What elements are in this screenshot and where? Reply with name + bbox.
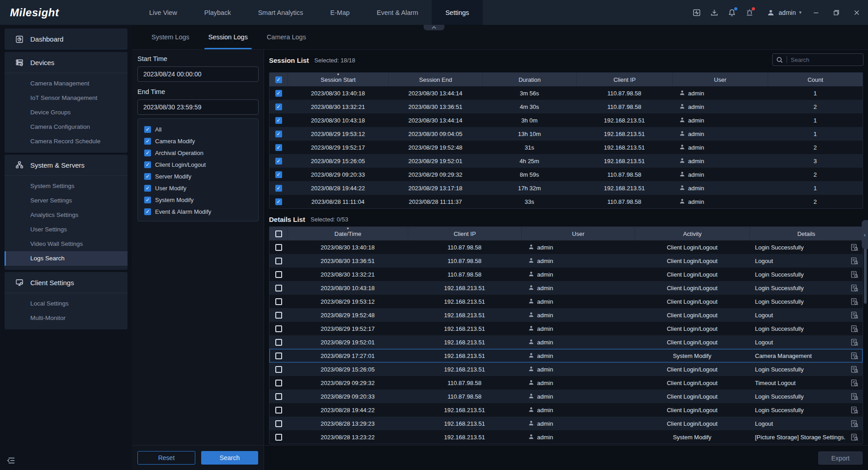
table-row[interactable]: 2023/08/29 09:20:33110.87.98.58adminClie… <box>269 390 863 403</box>
view-details-icon[interactable] <box>851 298 859 306</box>
checkbox-all[interactable]: ✓ <box>144 126 151 133</box>
filter-type-archival-operation[interactable]: ✓Archival Operation <box>144 147 252 159</box>
server-status-icon[interactable] <box>692 8 701 17</box>
row-checkbox[interactable] <box>275 285 282 291</box>
tab-system-logs[interactable]: System Logs <box>142 25 199 49</box>
column-header-duration[interactable]: Duration <box>482 73 576 86</box>
row-checkbox[interactable]: ✓ <box>275 158 282 164</box>
collapse-navbar-handle[interactable] <box>424 25 444 30</box>
sidebar-group-header-system-servers[interactable]: System & Servers <box>5 155 127 176</box>
view-details-icon[interactable] <box>851 352 859 360</box>
table-row[interactable]: ✓2023/08/28 11:11:042023/08/28 11:11:373… <box>269 195 863 208</box>
table-row[interactable]: 2023/08/29 19:52:17192.168.213.51adminCl… <box>269 322 863 335</box>
checkbox-system-modify[interactable]: ✓ <box>144 197 151 203</box>
row-checkbox[interactable]: ✓ <box>275 90 282 97</box>
start-time-input[interactable] <box>137 66 259 82</box>
view-details-icon[interactable] <box>851 271 859 278</box>
download-center-icon[interactable] <box>710 8 719 17</box>
column-header-date-time[interactable]: Date/Time▼ <box>288 227 408 240</box>
view-details-icon[interactable] <box>851 284 859 292</box>
table-row[interactable]: ✓2023/08/29 19:52:172023/08/29 19:52:483… <box>269 141 863 154</box>
sidebar-group-header-dashboard[interactable]: Dashboard <box>5 28 127 50</box>
collapse-sidebar-icon[interactable] <box>6 456 17 466</box>
row-checkbox[interactable] <box>275 380 282 386</box>
alarm-siren-icon[interactable] <box>745 8 754 17</box>
row-checkbox[interactable] <box>275 271 282 278</box>
table-row[interactable]: ✓2023/08/30 13:32:212023/08/30 13:36:514… <box>269 100 863 113</box>
tab-session-logs[interactable]: Session Logs <box>199 25 257 49</box>
table-row[interactable]: ✓2023/08/30 13:40:182023/08/30 13:44:143… <box>269 86 863 100</box>
table-row[interactable]: 2023/08/30 13:40:18110.87.98.58adminClie… <box>269 240 863 254</box>
row-checkbox[interactable]: ✓ <box>275 117 282 124</box>
row-checkbox[interactable] <box>275 258 282 264</box>
sidebar-item-camera-configuration[interactable]: Camera Configuration <box>5 120 127 134</box>
search-input[interactable] <box>791 56 859 63</box>
view-details-icon[interactable] <box>851 257 859 265</box>
row-checkbox[interactable] <box>275 434 282 441</box>
sidebar-item-iot-sensor-management[interactable]: IoT Sensor Management <box>5 91 127 105</box>
sidebar-item-multi-monitor[interactable]: Multi-Monitor <box>5 311 127 325</box>
select-all-checkbox[interactable]: ✓ <box>275 76 282 83</box>
checkbox-event-alarm-modify[interactable]: ✓ <box>144 208 151 215</box>
table-row[interactable]: ✓2023/08/29 19:53:122023/08/30 09:04:051… <box>269 127 863 141</box>
sidebar-item-local-settings[interactable]: Local Settings <box>5 296 127 311</box>
nav-item-playback[interactable]: Playback <box>191 0 245 25</box>
view-details-icon[interactable] <box>851 420 859 428</box>
table-row[interactable]: 2023/08/30 13:32:21110.87.98.58adminClie… <box>269 268 863 281</box>
row-checkbox[interactable] <box>275 366 282 373</box>
view-details-icon[interactable] <box>851 433 859 441</box>
table-row[interactable]: ✓2023/08/29 09:20:332023/08/29 09:29:328… <box>269 168 863 181</box>
row-checkbox[interactable] <box>275 407 282 414</box>
collapse-right-panel-handle[interactable]: ‹ <box>862 220 868 249</box>
checkbox-archival-operation[interactable]: ✓ <box>144 150 151 156</box>
table-row[interactable]: 2023/08/30 10:43:18192.168.213.51adminCl… <box>269 281 863 295</box>
view-details-icon[interactable] <box>851 406 859 414</box>
table-row[interactable]: 2023/08/28 13:29:23192.168.213.51adminCl… <box>269 417 863 430</box>
column-header-session-end[interactable]: Session End <box>388 73 482 86</box>
table-row[interactable]: 2023/08/29 19:52:48192.168.213.51adminCl… <box>269 308 863 322</box>
row-checkbox[interactable] <box>275 352 282 359</box>
table-row[interactable]: 2023/08/29 15:26:05192.168.213.51adminCl… <box>269 362 863 376</box>
view-details-icon[interactable] <box>851 393 859 400</box>
view-details-icon[interactable] <box>851 311 859 319</box>
view-details-icon[interactable] <box>851 379 859 387</box>
close-button[interactable] <box>851 7 863 19</box>
column-header-details[interactable]: Details <box>750 227 863 240</box>
sidebar-item-user-settings[interactable]: User Settings <box>5 222 127 237</box>
reset-button[interactable]: Reset <box>137 451 195 465</box>
sidebar-item-device-groups[interactable]: Device Groups <box>5 105 127 120</box>
sidebar-item-camera-management[interactable]: Camera Management <box>5 76 127 91</box>
filter-type-user-modify[interactable]: ✓User Modify <box>144 182 252 194</box>
table-row[interactable]: ✓2023/08/29 15:26:052023/08/29 19:52:014… <box>269 154 863 168</box>
column-header-user[interactable]: User <box>521 227 635 240</box>
view-details-icon[interactable] <box>851 244 859 251</box>
row-checkbox[interactable] <box>275 312 282 319</box>
table-row[interactable]: 2023/08/29 19:52:01192.168.213.51adminCl… <box>269 335 863 349</box>
sidebar-group-header-devices[interactable]: Devices <box>5 52 127 73</box>
column-header-activity[interactable]: Activity <box>635 227 750 240</box>
view-details-icon[interactable] <box>851 366 859 373</box>
table-row[interactable]: 2023/08/29 17:27:01192.168.213.51adminSy… <box>269 349 863 362</box>
checkbox-client-login-logout[interactable]: ✓ <box>144 161 151 168</box>
table-row[interactable]: 2023/08/30 13:36:51110.87.98.58adminClie… <box>269 254 863 268</box>
sidebar-item-video-wall-settings[interactable]: Video Wall Settings <box>5 237 127 251</box>
filter-type-system-modify[interactable]: ✓System Modify <box>144 194 252 206</box>
sidebar-item-system-settings[interactable]: System Settings <box>5 179 127 193</box>
export-button[interactable]: Export <box>818 451 863 465</box>
table-row[interactable]: 2023/08/28 13:23:22192.168.213.51adminSy… <box>269 430 863 444</box>
filter-type-camera-modify[interactable]: ✓Camera Modify <box>144 135 252 147</box>
table-row[interactable]: 2023/08/28 19:44:22192.168.213.51adminCl… <box>269 403 863 417</box>
restore-button[interactable] <box>830 7 842 19</box>
row-checkbox[interactable]: ✓ <box>275 131 282 137</box>
column-header-client-ip[interactable]: Client IP <box>408 227 521 240</box>
table-row[interactable]: 2023/08/29 19:53:12192.168.213.51adminCl… <box>269 295 863 308</box>
row-checkbox[interactable] <box>275 339 282 346</box>
nav-item-settings[interactable]: Settings <box>432 0 482 25</box>
row-checkbox[interactable]: ✓ <box>275 144 282 151</box>
nav-item-smart-analytics[interactable]: Smart Analytics <box>245 0 317 25</box>
row-checkbox[interactable] <box>275 393 282 400</box>
checkbox-camera-modify[interactable]: ✓ <box>144 138 151 145</box>
table-row[interactable]: ✓2023/08/30 10:43:182023/08/30 13:44:143… <box>269 113 863 127</box>
sidebar-group-header-client-settings[interactable]: Client Settings <box>5 272 127 293</box>
sidebar-item-analytics-settings[interactable]: Analytics Settings <box>5 208 127 222</box>
